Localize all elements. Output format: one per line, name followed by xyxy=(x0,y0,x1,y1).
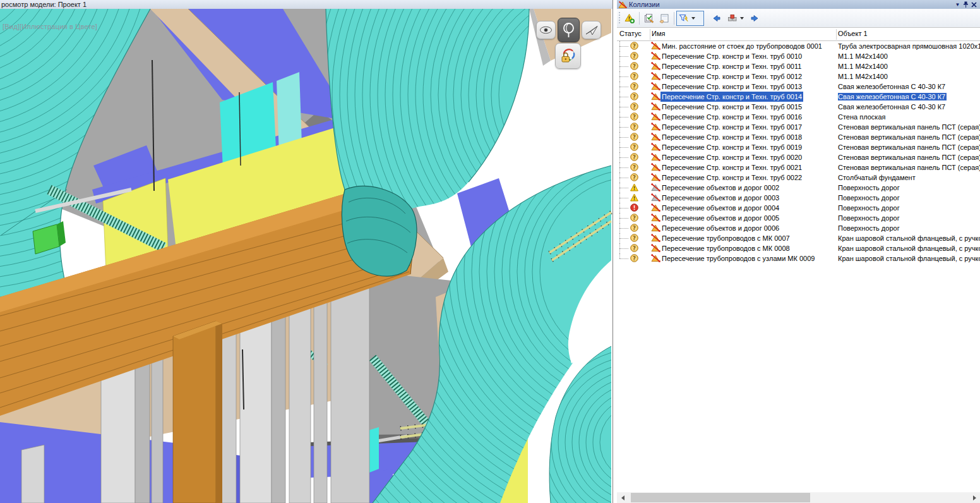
orbit-button[interactable] xyxy=(558,18,580,42)
collision-name[interactable]: Пересечение Стр. констр и Техн. труб 002… xyxy=(662,173,802,183)
collision-row[interactable]: ?Пересечение Стр. констр и Техн. труб 00… xyxy=(617,162,980,173)
collision-name[interactable]: Пересечение объектов и дорог 0003 xyxy=(662,193,779,203)
collision-row[interactable]: ?Пересечение объектов и дорог 0005Поверх… xyxy=(617,213,980,223)
collision-object1[interactable]: Труба электросварная прямошовная 1020х1 xyxy=(838,41,980,51)
filter-button[interactable] xyxy=(676,11,704,26)
collision-row[interactable]: ?Пересечение Стр. констр и Техн. труб 00… xyxy=(617,142,980,152)
collision-object1[interactable]: Стеновая вертикальная панель ПСТ (серая) xyxy=(838,132,980,142)
collision-name[interactable]: Пересечение Стр. констр и Техн. труб 001… xyxy=(662,102,802,112)
collision-object1[interactable]: Стеновая вертикальная панель ПСТ (серая) xyxy=(838,152,980,162)
tree-stub xyxy=(619,218,628,219)
collision-type-icon xyxy=(651,183,660,191)
collision-row[interactable]: ?Пересечение Стр. констр и Техн. труб 00… xyxy=(617,112,980,122)
horizontal-scrollbar[interactable] xyxy=(617,492,980,503)
collision-object1[interactable]: Стеновая вертикальная панель ПСТ (серая) xyxy=(838,162,980,173)
collision-name[interactable]: Пересечение трубопроводов с МК 0007 xyxy=(662,233,790,243)
status-question-icon: ? xyxy=(630,214,638,222)
collision-name[interactable]: Пересечение объектов и дорог 0005 xyxy=(662,213,779,223)
collision-object1[interactable]: Кран шаровой стальной фланцевый, с ручко… xyxy=(838,253,980,264)
filter-dropdown-arrow[interactable] xyxy=(691,17,695,20)
collision-object1[interactable]: М1.1 М42х1400 xyxy=(838,71,980,82)
collision-object1[interactable]: Свая железобетонная С 40-30 К7 xyxy=(838,102,980,112)
collision-row[interactable]: ?Пересечение трубопроводов с МК 0008Кран… xyxy=(617,243,980,253)
collision-row[interactable]: Пересечение объектов и дорог 0002Поверхн… xyxy=(617,183,980,193)
collision-object1[interactable]: Поверхность дорог xyxy=(838,193,980,203)
panel-menu-button[interactable]: ▼ xyxy=(953,1,962,8)
toolbar-grip[interactable] xyxy=(618,12,620,25)
collision-row[interactable]: ?Пересечение Стр. констр и Техн. труб 00… xyxy=(617,122,980,132)
collision-name[interactable]: Пересечение трубопроводов с узлами МК 00… xyxy=(662,253,815,264)
collision-row[interactable]: ?Пересечение Стр. констр и Техн. труб 00… xyxy=(617,152,980,162)
next-button[interactable] xyxy=(747,11,762,26)
collision-object1[interactable]: Кран шаровой стальной фланцевый, с ручко… xyxy=(838,233,980,243)
scroll-left-button[interactable] xyxy=(617,492,628,503)
collision-row[interactable]: Пересечение объектов и дорог 0004Поверхн… xyxy=(617,203,980,213)
collision-name[interactable]: Пересечение Стр. констр и Техн. труб 001… xyxy=(660,92,803,102)
collision-object1[interactable]: Стеновая вертикальная панель ПСТ (серая) xyxy=(838,142,980,152)
collision-row[interactable]: ?Пересечение Стр. констр и Техн. труб 00… xyxy=(617,82,980,92)
collision-name[interactable]: Пересечение Стр. констр и Техн. труб 002… xyxy=(662,152,802,162)
lock-orbit-button[interactable] xyxy=(555,43,581,69)
prev-button[interactable] xyxy=(709,11,724,26)
svg-text:?: ? xyxy=(633,154,636,161)
column-resizer[interactable] xyxy=(836,29,837,40)
collision-row[interactable]: Пересечение объектов и дорог 0003Поверхн… xyxy=(617,193,980,203)
column-header-status[interactable]: Статус xyxy=(619,30,642,37)
fly-button[interactable] xyxy=(582,21,601,39)
isolate-button[interactable] xyxy=(724,11,747,26)
isolate-dropdown-arrow[interactable] xyxy=(740,17,744,20)
collision-name[interactable]: Пересечение Стр. констр и Техн. труб 001… xyxy=(662,122,802,132)
eye-button[interactable] xyxy=(536,21,556,39)
collision-name[interactable]: Пересечение объектов и дорог 0002 xyxy=(662,183,779,193)
svg-text:?: ? xyxy=(633,134,636,140)
column-header-object1[interactable]: Объект 1 xyxy=(838,30,868,37)
collision-name[interactable]: Пересечение Стр. констр и Техн. труб 001… xyxy=(662,51,802,61)
panel-close-button[interactable] xyxy=(970,1,978,8)
collision-name[interactable]: Пересечение Стр. констр и Техн. труб 001… xyxy=(662,71,802,82)
check-documents-button[interactable] xyxy=(642,11,657,26)
collision-name[interactable]: Пересечение Стр. констр и Техн. труб 001… xyxy=(662,61,801,71)
properties-button[interactable] xyxy=(657,11,672,26)
collision-row[interactable]: ?Пересечение трубопроводов с МК 0007Кран… xyxy=(617,233,980,243)
collision-name[interactable]: Пересечение объектов и дорог 0006 xyxy=(662,223,779,233)
column-header-name[interactable]: Имя xyxy=(652,30,665,37)
column-resizer[interactable] xyxy=(650,29,650,40)
collision-object1[interactable]: Поверхность дорог xyxy=(838,223,980,233)
add-collision-button[interactable] xyxy=(622,11,637,26)
collision-name[interactable]: Пересечение Стр. констр и Техн. труб 002… xyxy=(662,162,802,173)
collision-row[interactable]: ?Пересечение объектов и дорог 0006Поверх… xyxy=(617,223,980,233)
collision-row[interactable]: ?Пересечение Стр. констр и Техн. труб 00… xyxy=(617,92,980,102)
collision-object1[interactable]: Стена плоская xyxy=(838,112,980,122)
collision-object1[interactable]: Стеновая вертикальная панель ПСТ (серая) xyxy=(838,122,980,132)
collision-name[interactable]: Пересечение Стр. констр и Техн. труб 001… xyxy=(662,132,802,142)
scroll-right-button[interactable] xyxy=(969,492,980,503)
collision-object1[interactable]: Поверхность дорог xyxy=(838,213,980,223)
svg-text:?: ? xyxy=(633,174,636,181)
panel-pin-button[interactable] xyxy=(962,1,970,8)
collision-name[interactable]: Мин. расстояние от стоек до трубопроводо… xyxy=(662,41,822,51)
scrollbar-thumb[interactable] xyxy=(631,493,810,502)
collision-object1[interactable]: Свая железобетонная С 40-30 К7 xyxy=(838,82,980,92)
collision-row[interactable]: ?Мин. расстояние от стоек до трубопровод… xyxy=(617,41,980,51)
model-viewport[interactable]: росмотр модели: Проект 1 [Вид][Иллюстрац… xyxy=(0,0,612,503)
collision-row[interactable]: ?Пересечение Стр. констр и Техн. труб 00… xyxy=(617,132,980,142)
collision-name[interactable]: Пересечение трубопроводов с МК 0008 xyxy=(662,243,790,253)
collision-name[interactable]: Пересечение объектов и дорог 0004 xyxy=(662,203,779,213)
collision-object1[interactable]: Поверхность дорог xyxy=(838,203,980,213)
collision-name[interactable]: Пересечение Стр. констр и Техн. труб 001… xyxy=(662,142,802,152)
collision-object1[interactable]: Столбчатый фундамент xyxy=(838,173,980,183)
collision-name[interactable]: Пересечение Стр. констр и Техн. труб 001… xyxy=(662,82,802,92)
collision-row[interactable]: ?Пересечение Стр. констр и Техн. труб 00… xyxy=(617,102,980,112)
collision-row[interactable]: ?Пересечение Стр. констр и Техн. труб 00… xyxy=(617,71,980,82)
collision-name[interactable]: Пересечение Стр. констр и Техн. труб 001… xyxy=(662,112,802,122)
collision-object1[interactable]: Свая железобетонная С 40-30 К7 xyxy=(838,92,980,102)
collision-object1[interactable]: Поверхность дорог xyxy=(838,183,980,193)
collision-object1[interactable]: М1.1 М42х1400 xyxy=(838,51,980,61)
viewport-3d-scene[interactable] xyxy=(0,9,612,503)
collision-object1[interactable]: М1.1 М42х1400 xyxy=(838,61,980,71)
collision-object1[interactable]: Кран шаровой стальной фланцевый, с ручко… xyxy=(838,243,980,253)
collision-row[interactable]: ?Пересечение Стр. констр и Техн. труб 00… xyxy=(617,173,980,183)
collision-row[interactable]: ?Пересечение Стр. констр и Техн. труб 00… xyxy=(617,51,980,61)
collision-row[interactable]: ?Пересечение трубопроводов с узлами МК 0… xyxy=(617,253,980,264)
collision-row[interactable]: ?Пересечение Стр. констр и Техн. труб 00… xyxy=(617,61,980,71)
